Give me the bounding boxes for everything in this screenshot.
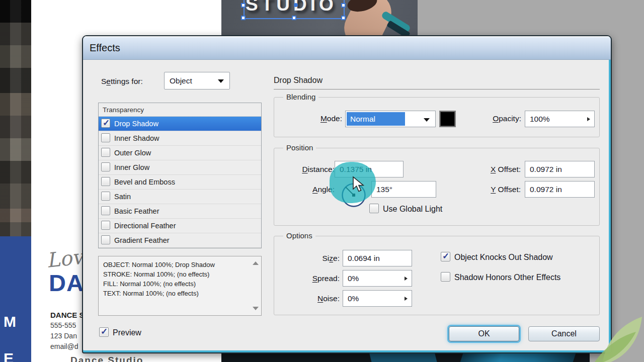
summary-line: TEXT: Normal 100%; (no effects) [103, 289, 251, 298]
size-label: Size: [289, 254, 340, 263]
studio-headline: STUDIO [246, 0, 337, 15]
basic-feather-checkbox[interactable] [101, 206, 110, 215]
outer-glow-checkbox[interactable] [101, 148, 110, 157]
angle-label: Angle: [282, 185, 335, 194]
noise-label: Noise: [289, 294, 340, 303]
directional-feather-checkbox[interactable] [101, 221, 110, 230]
spread-field[interactable]: 0% [343, 270, 412, 287]
preview-label: Preview [113, 328, 141, 337]
use-global-light-label: Use Global Light [383, 205, 442, 214]
blending-group: Blending Mode: Normal Opacity: 100% [274, 97, 600, 137]
heading-rule [274, 89, 600, 89]
inner-shadow-checkbox[interactable] [101, 133, 110, 142]
y-offset-label: Y Offset: [460, 185, 521, 194]
selection-handle[interactable] [341, 3, 346, 8]
effects-list-item-bevel-and-emboss[interactable]: Bevel and Emboss [99, 175, 261, 190]
document-photo: STUDIO [221, 0, 418, 35]
effects-list-item-gradient-feather[interactable]: Gradient Feather [99, 233, 261, 248]
opacity-label: Opacity: [470, 114, 521, 123]
logo-dance-word: DA [49, 269, 84, 297]
flyout-arrow-icon[interactable] [405, 277, 408, 281]
effects-list-item-inner-shadow[interactable]: Inner Shadow [99, 131, 261, 146]
y-offset-field[interactable]: 0.0972 in [525, 181, 595, 198]
blend-mode-value: Normal [347, 112, 405, 126]
summary-line: FILL: Normal 100%; (no effects) [103, 279, 251, 289]
options-legend: Options [283, 231, 315, 240]
settings-for-dropdown[interactable]: Object [164, 72, 230, 89]
settings-for-value: Object [170, 72, 192, 89]
position-group: Position Distance: 0.1375 in Angle: 135°… [274, 148, 600, 226]
flyout-arrow-icon[interactable] [405, 297, 408, 301]
angle-field[interactable]: 135° [371, 181, 436, 198]
effects-summary-box: OBJECT: Normal 100%; Drop Shadow STROKE:… [98, 256, 262, 316]
size-field[interactable]: 0.0694 in [343, 250, 412, 266]
object-knocks-out-shadow-label: Object Knocks Out Shadow [454, 253, 553, 262]
effects-list-item-inner-glow[interactable]: Inner Glow [99, 160, 261, 175]
dialog-titlebar[interactable]: Effects [83, 36, 611, 60]
object-knocks-out-shadow-checkbox[interactable] [441, 252, 450, 261]
shadow-honors-other-effects-checkbox[interactable] [441, 272, 450, 282]
noise-field[interactable]: 0% [343, 290, 412, 307]
selection-port-dot [294, 3, 298, 7]
spread-label: Spread: [289, 274, 340, 283]
chevron-down-icon [424, 118, 430, 122]
fabric-fold [460, 352, 576, 362]
bevel-and-emboss-checkbox[interactable] [101, 177, 110, 186]
mode-label: Mode: [289, 114, 342, 123]
flyout-arrow-icon[interactable] [587, 117, 590, 121]
scroll-up-icon[interactable] [253, 261, 259, 265]
selection-handle[interactable] [241, 3, 246, 8]
use-global-light-checkbox[interactable] [369, 204, 379, 213]
panel-heading: Drop Shadow [274, 76, 323, 85]
blue-sidebar-strip: M E [0, 236, 31, 362]
position-legend: Position [283, 143, 316, 152]
effects-list-item-outer-glow[interactable]: Outer Glow [99, 146, 261, 160]
strip-letter-e: E [4, 350, 14, 362]
summary-line: STROKE: Normal 100%; (no effects) [103, 269, 251, 279]
strip-letter-m: M [4, 313, 16, 330]
opacity-field[interactable]: 100% [525, 111, 595, 127]
shadow-honors-other-effects-label: Shadow Honors Other Effects [454, 273, 560, 282]
scroll-down-icon[interactable] [253, 307, 259, 310]
bottom-caption: Dance Studio [70, 355, 143, 362]
shadow-color-swatch[interactable] [439, 111, 456, 127]
pixelated-thumbnail-strip [0, 0, 31, 237]
effects-list-item-satin[interactable]: Satin [99, 190, 261, 204]
blend-mode-dropdown[interactable]: Normal [345, 111, 436, 127]
effects-list-header: Transparency [99, 103, 261, 117]
cancel-button[interactable]: Cancel [528, 326, 600, 341]
dialog-title: Effects [90, 36, 120, 59]
document-photo-bottom [221, 352, 590, 362]
selection-handle[interactable] [241, 16, 246, 20]
leaf-watermark [594, 316, 644, 362]
satin-checkbox[interactable] [101, 192, 110, 201]
effects-list-item-drop-shadow[interactable]: Drop Shadow [99, 117, 261, 131]
chevron-down-icon [218, 79, 224, 83]
selection-handle[interactable] [341, 16, 346, 20]
x-offset-label: X Offset: [460, 165, 521, 174]
summary-line: OBJECT: Normal 100%; Drop Shadow [103, 260, 251, 269]
settings-for-label: Settings for: [101, 77, 143, 86]
preview-checkbox[interactable] [99, 327, 109, 337]
inner-glow-checkbox[interactable] [101, 162, 110, 171]
fabric-fold [369, 352, 437, 362]
effects-list: Transparency Drop Shadow Inner Shadow Ou… [98, 103, 262, 248]
options-group: Options Size: 0.0694 in Spread: 0% Noise… [274, 236, 600, 315]
ok-button[interactable]: OK [449, 326, 519, 341]
selection-handle[interactable] [292, 16, 296, 20]
blending-legend: Blending [283, 93, 318, 101]
effects-list-item-basic-feather[interactable]: Basic Feather [99, 204, 261, 219]
gradient-feather-checkbox[interactable] [101, 235, 110, 244]
distance-label: Distance: [282, 165, 335, 174]
x-offset-field[interactable]: 0.0972 in [525, 161, 595, 177]
drop-shadow-checkbox[interactable] [101, 119, 110, 128]
effects-list-item-directional-feather[interactable]: Directional Feather [99, 219, 261, 233]
mouse-cursor-icon [352, 176, 365, 193]
